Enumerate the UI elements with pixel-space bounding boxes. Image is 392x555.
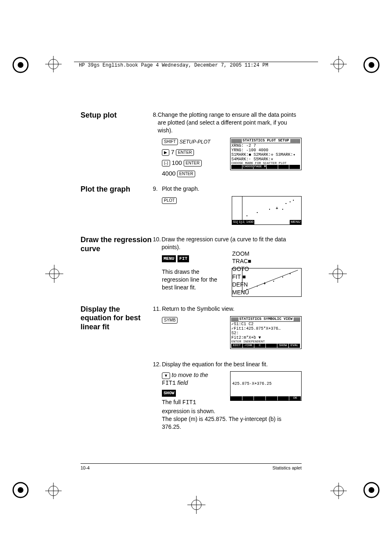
svg-point-7 (369, 487, 374, 493)
step-number: 8. (153, 111, 158, 134)
crop-mark-icon (45, 265, 63, 283)
heading-plot-graph: Plot the graph (81, 185, 153, 225)
crop-mark-icon (330, 56, 347, 72)
screen-title: STATISTICS SYMBOLIC VIEW (238, 317, 293, 321)
screen-hint: ENTER INDEPENDENT (231, 340, 300, 344)
screen-line: S2: (231, 331, 300, 335)
step-number: 9. (153, 185, 162, 193)
fit-desc-prefix: The full (162, 399, 182, 405)
crop-mark-icon (329, 265, 347, 283)
screen-line: S1MARK:■ S2MARK:✢ S3MARK:✦ (231, 153, 300, 157)
crop-mark-icon (187, 496, 205, 514)
fit1-label: FIT1 (182, 399, 196, 406)
registration-mark-icon (12, 481, 30, 499)
heading-draw-curve: Draw the regression curve (81, 236, 153, 297)
key-sequence: SHIFT SETUP-PLOT ▶ 7 ENTER (-) 100 ENTER (162, 138, 227, 178)
calculator-screen-equation: 425.875·X+376.25 OK (230, 371, 302, 401)
svg-point-1 (18, 62, 23, 68)
enter-key: ENTER (176, 149, 194, 156)
digit-4000: 4000 (162, 170, 175, 177)
plot-menu-label: MENU (290, 220, 301, 224)
header-text: HP 39gs English.book Page 4 Wednesday, D… (79, 62, 268, 68)
content-area: Setup plot 8. Change the plotting range … (81, 111, 302, 438)
right-arrow-key-icon: ▶ (162, 149, 169, 156)
svg-point-3 (369, 62, 374, 68)
regression-desc: This draws the regression line for the b… (162, 268, 228, 291)
enter-key: ENTER (184, 160, 202, 166)
screen-line: ✓Fit1:425.875*X+376… (231, 326, 300, 331)
instr-text: field (178, 379, 188, 386)
screen-line: XRNG: -2 7 (231, 143, 300, 148)
shift-key: SHIFT (162, 139, 178, 145)
screen-line: YRNG: -100 4000 (231, 148, 300, 153)
plot-key: PLOT (162, 197, 177, 204)
down-arrow-key-icon: ▼ (162, 372, 170, 379)
screen-hint: CHOOSE MARK FOR SCATTER PLOT (231, 162, 300, 165)
instr-text: to move to the (172, 372, 208, 378)
header-rule (74, 62, 318, 62)
plot-status-left: S1[ 1]:2, 1400 (232, 220, 254, 224)
heading-setup-plot: Setup plot (81, 111, 153, 178)
step-text: Change the plotting range to ensure all … (158, 111, 302, 134)
page-number: 10-4 (81, 465, 90, 470)
enter-key: ENTER (177, 171, 195, 177)
show-softkey: SHOW (162, 390, 176, 397)
step-number: 12. (153, 361, 162, 368)
digit-7: 7 (171, 148, 174, 155)
screen-line: ✓S1:C1 C2 (231, 322, 300, 326)
calculator-screen-setup: STATISTICS PLOT SETUP XRNG: -2 7 YRNG: -… (230, 138, 302, 171)
symb-key: SYMB (162, 317, 178, 324)
step-number: 10. (153, 236, 161, 251)
manual-page: HP 39gs English.book Page 4 Wednesday, D… (0, 0, 392, 555)
screen-title: STATISTICS PLOT SETUP (242, 139, 290, 143)
step-text: Display the equation for the best linear… (162, 361, 268, 368)
crop-mark-icon (330, 483, 347, 499)
step-text: Draw the regression curve (a curve to fi… (161, 236, 302, 251)
step-number: 11. (153, 305, 162, 313)
calculator-screen-fit: + ZOOM TRAC■ GOTO FIT ■ DEFN MENU (232, 268, 302, 297)
crop-mark-icon (45, 56, 62, 72)
registration-mark-icon (362, 481, 380, 499)
setup-plot-label: SETUP-PLOT (180, 139, 210, 145)
registration-mark-icon (12, 56, 30, 74)
step-text: Plot the graph. (162, 185, 199, 193)
screen-menu: ZOOM TRAC■ GOTO FIT ■ DEFN MENU (232, 250, 301, 296)
screen-menu: CHOOSPAGE ▼ (231, 165, 300, 169)
equation-text: 425.875·X+376.25 (232, 382, 272, 386)
fit-softkey: FIT (178, 255, 189, 262)
fit1-label: FIT1 (162, 380, 176, 386)
footer-title: Statistics aplet (272, 465, 302, 470)
plot-crosshair-icon: + (276, 206, 278, 211)
page-footer: 10-4 Statistics aplet (81, 463, 302, 470)
negate-key: (-) (162, 160, 170, 166)
calculator-screen-plot: + S1[ 1]:2, 1400 MENU (232, 196, 302, 225)
registration-mark-icon (362, 56, 380, 74)
calculator-screen-symbolic: STATISTICS SYMBOLIC VIEW ✓S1:C1 C2 ✓Fit1… (230, 316, 302, 349)
slope-intercept-text: The slope (m) is 425.875. The y-intercep… (153, 415, 302, 431)
svg-point-5 (18, 487, 23, 493)
fit-desc-suffix: expression is shown. (153, 407, 302, 415)
digit-100: 100 (172, 159, 182, 166)
heading-display-eq: Display the equation for best linear fit (81, 305, 153, 431)
crop-mark-icon (45, 483, 62, 499)
screen-menu: OK (231, 396, 301, 400)
menu-softkey: MENU (162, 255, 176, 262)
screen-menu: EDIT ✓CHK C SHOW EVAL (231, 344, 300, 348)
step-text: Return to the Symbolic view. (162, 305, 235, 313)
